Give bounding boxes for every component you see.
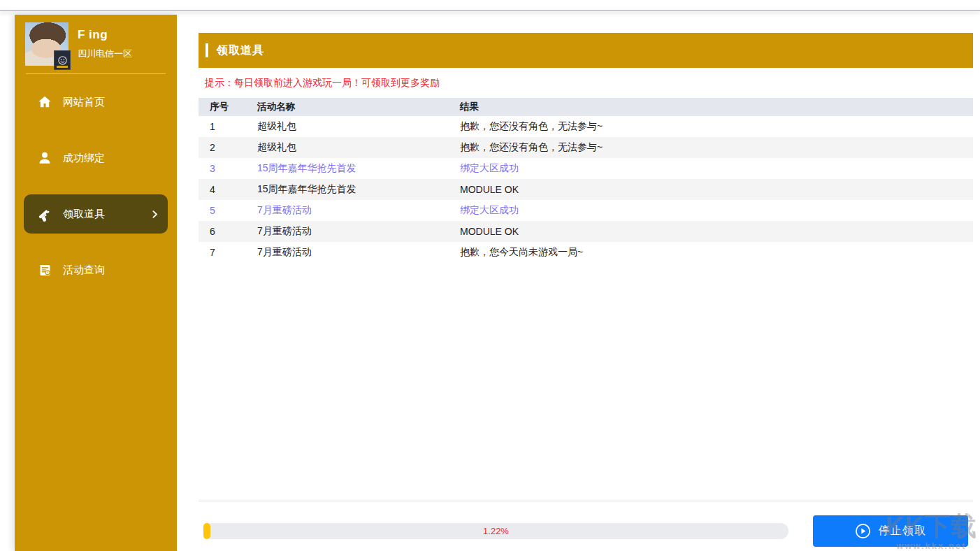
table-row: 57月重磅活动绑定大区成功	[199, 200, 973, 221]
cell-activity-name[interactable]: 7月重磅活动	[257, 204, 460, 217]
cell-activity-name: 超级礼包	[257, 120, 460, 133]
smiley-icon	[57, 55, 68, 66]
cell-result: 抱歉，您还没有角色，无法参与~	[460, 141, 973, 154]
sidebar-item-pill: 成功绑定	[24, 130, 168, 186]
cell-result: MODULE OK	[460, 226, 973, 237]
cell-activity-name: 7月重磅活动	[257, 246, 460, 259]
sidebar-item-home[interactable]: 网站首页	[15, 74, 177, 130]
cell-activity-name: 7月重磅活动	[257, 225, 460, 238]
sidebar: F ing 四川电信一区 网站首页成功绑定领取道具活动查询	[15, 15, 177, 551]
sidebar-item-claim[interactable]: 领取道具	[15, 186, 177, 242]
table-row: 77月重磅活动抱歉，您今天尚未游戏一局~	[199, 242, 973, 263]
cell-result: MODULE OK	[460, 184, 973, 195]
chevron-right-icon	[150, 210, 168, 219]
sidebar-item-pill: 活动查询	[24, 242, 168, 298]
sidebar-item-pill: 网站首页	[24, 74, 168, 130]
pistol-icon	[36, 206, 53, 222]
cell-index: 1	[199, 121, 257, 132]
sidebar-item-label: 成功绑定	[63, 152, 105, 165]
play-circle-icon	[855, 523, 871, 539]
table-row: 2超级礼包抱歉，您还没有角色，无法参与~	[199, 137, 973, 158]
table-row: 315周年嘉年华抢先首发绑定大区成功	[199, 158, 973, 179]
app: { "colors": { "gold": "#cc9506", "active…	[0, 0, 980, 551]
sidebar-menu: 网站首页成功绑定领取道具活动查询	[15, 74, 177, 298]
cell-result[interactable]: 绑定大区成功	[460, 204, 973, 217]
cell-index: 6	[199, 226, 257, 237]
main-header: 领取道具	[199, 33, 973, 68]
progress-label: 1.22%	[203, 523, 788, 539]
page-title: 领取道具	[217, 43, 264, 58]
sidebar-item-pill: 领取道具	[24, 194, 168, 234]
cell-index: 4	[199, 184, 257, 195]
activity-table: 序号 活动名称 结果 1超级礼包抱歉，您还没有角色，无法参与~2超级礼包抱歉，您…	[199, 98, 973, 263]
avatar	[25, 22, 69, 66]
cell-result: 抱歉，您今天尚未游戏一局~	[460, 246, 973, 259]
cell-activity-name[interactable]: 15周年嘉年华抢先首发	[257, 162, 460, 175]
cell-index: 5	[199, 205, 257, 216]
username: F ing	[78, 28, 108, 42]
sidebar-item-label: 领取道具	[63, 208, 105, 221]
table-body: 1超级礼包抱歉，您还没有角色，无法参与~2超级礼包抱歉，您还没有角色，无法参与~…	[199, 116, 973, 263]
cell-result: 抱歉，您还没有角色，无法参与~	[460, 120, 973, 133]
progress-bar: 1.22%	[203, 523, 788, 539]
cell-result[interactable]: 绑定大区成功	[460, 162, 973, 175]
window-top-divider	[0, 10, 980, 11]
sidebar-item-bind[interactable]: 成功绑定	[15, 130, 177, 186]
header-accent-bar	[206, 43, 208, 57]
cell-index: 2	[199, 142, 257, 153]
table-row: 1超级礼包抱歉，您还没有角色，无法参与~	[199, 116, 973, 137]
cell-activity-name: 超级礼包	[257, 141, 460, 154]
cell-index: 7	[199, 247, 257, 258]
col-header-index: 序号	[199, 101, 257, 113]
table-row: 415周年嘉年华抢先首发MODULE OK	[199, 179, 973, 200]
cell-activity-name: 15周年嘉年华抢先首发	[257, 183, 460, 196]
cell-index: 3	[199, 163, 257, 174]
table-header-row: 序号 活动名称 结果	[199, 98, 973, 116]
tip-text: 提示：每日领取前进入游戏玩一局！可领取到更多奖励	[199, 68, 973, 98]
sidebar-item-query[interactable]: 活动查询	[15, 242, 177, 298]
sidebar-item-label: 网站首页	[63, 96, 105, 109]
user-region: 四川电信一区	[78, 48, 132, 60]
stop-button-label: 停止领取	[879, 524, 926, 538]
footer-divider	[199, 501, 973, 501]
stop-button[interactable]: 停止领取	[813, 515, 968, 547]
col-header-result: 结果	[460, 101, 973, 113]
home-icon	[36, 94, 53, 110]
table-row: 67月重磅活动MODULE OK	[199, 221, 973, 242]
user-profile: F ing 四川电信一区	[15, 15, 177, 73]
col-header-name: 活动名称	[257, 101, 460, 113]
sidebar-item-label: 活动查询	[63, 264, 105, 277]
news-icon	[36, 262, 53, 278]
avatar-badge	[54, 50, 71, 70]
user-icon	[36, 150, 53, 166]
